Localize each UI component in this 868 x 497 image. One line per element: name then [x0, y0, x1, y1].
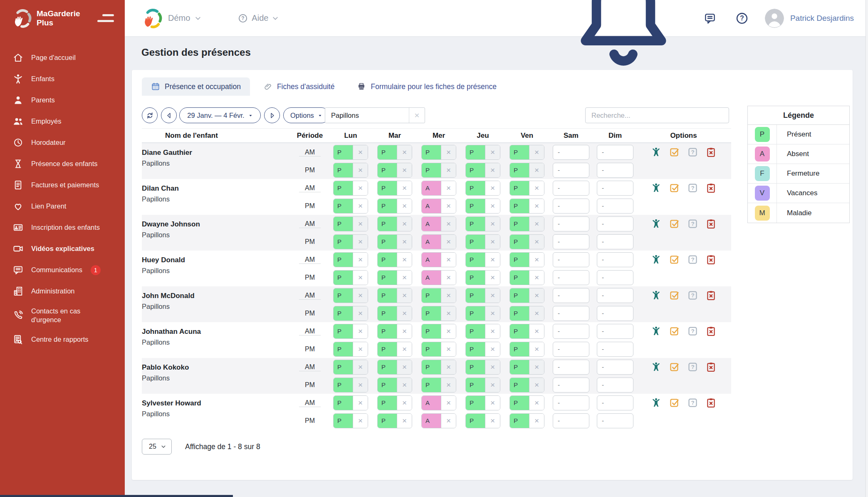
clear-status-lun[interactable]: ×	[353, 181, 368, 195]
status-value-mar[interactable]: P	[378, 181, 397, 195]
confirm-check-icon[interactable]	[669, 218, 680, 229]
sidebar-item-communications[interactable]: Communications1	[0, 259, 125, 281]
clear-status-lun[interactable]: ×	[353, 378, 368, 392]
date-range-selector[interactable]: 29 Janv. — 4 Févr.	[179, 107, 261, 123]
clear-filter-button[interactable]: ×	[409, 108, 425, 123]
clear-status-jeu[interactable]: ×	[485, 378, 500, 392]
clear-status-ven[interactable]: ×	[529, 235, 544, 249]
attendance-input-dim[interactable]: -	[597, 270, 633, 285]
status-value-lun[interactable]: P	[334, 163, 353, 177]
clear-status-ven[interactable]: ×	[529, 396, 544, 410]
clear-status-mer[interactable]: ×	[441, 181, 456, 195]
clear-status-jeu[interactable]: ×	[485, 145, 500, 159]
clear-status-ven[interactable]: ×	[529, 288, 544, 303]
status-value-ven[interactable]: P	[510, 217, 529, 231]
status-value-mer[interactable]: P	[422, 145, 441, 159]
status-value-lun[interactable]: P	[334, 181, 353, 195]
delete-record-icon[interactable]	[705, 254, 717, 265]
status-value-mar[interactable]: P	[378, 288, 397, 303]
clear-status-mar[interactable]: ×	[397, 253, 412, 267]
clear-status-mar[interactable]: ×	[397, 235, 412, 249]
attendance-input-sam[interactable]: -	[553, 252, 589, 267]
sidebar-item-inscription-des-enfants[interactable]: Inscription des enfants	[0, 217, 125, 238]
clear-status-mar[interactable]: ×	[397, 199, 412, 213]
unknown-status-icon[interactable]: ?	[687, 182, 698, 194]
page-size-select[interactable]: 25	[142, 439, 172, 455]
attendance-input-dim[interactable]: -	[597, 360, 633, 375]
clear-status-jeu[interactable]: ×	[485, 253, 500, 267]
clear-status-mer[interactable]: ×	[441, 360, 456, 374]
status-value-mer[interactable]: A	[422, 396, 441, 410]
clear-status-jeu[interactable]: ×	[485, 217, 500, 231]
clear-status-lun[interactable]: ×	[353, 145, 368, 159]
clear-status-mer[interactable]: ×	[441, 378, 456, 392]
status-value-jeu[interactable]: P	[466, 271, 485, 285]
tab-fiches-d-assiduite[interactable]: Fiches d'assiduité	[254, 77, 344, 96]
status-value-jeu[interactable]: P	[466, 396, 485, 410]
clear-status-lun[interactable]: ×	[353, 342, 368, 356]
clear-status-jeu[interactable]: ×	[485, 235, 500, 249]
status-value-mer[interactable]: P	[422, 163, 441, 177]
clear-status-jeu[interactable]: ×	[485, 163, 500, 177]
attendance-child-icon[interactable]	[650, 326, 662, 337]
status-value-mer[interactable]: A	[422, 199, 441, 213]
refresh-button[interactable]	[142, 107, 158, 123]
clear-status-ven[interactable]: ×	[529, 217, 544, 231]
status-value-mar[interactable]: P	[378, 414, 397, 428]
status-value-ven[interactable]: P	[510, 235, 529, 249]
status-value-mer[interactable]: P	[422, 288, 441, 303]
clear-status-ven[interactable]: ×	[529, 306, 544, 321]
sidebar-item-enfants[interactable]: Enfants	[0, 68, 125, 89]
messages-icon[interactable]	[703, 12, 717, 25]
unknown-status-icon[interactable]: ?	[687, 361, 698, 373]
status-value-jeu[interactable]: P	[466, 181, 485, 195]
delete-record-icon[interactable]	[705, 290, 717, 301]
status-value-ven[interactable]: P	[510, 253, 529, 267]
status-value-mer[interactable]: P	[422, 306, 441, 321]
tab-presence-et-occupation[interactable]: Présence et occupation	[142, 77, 250, 96]
status-value-mar[interactable]: P	[378, 145, 397, 159]
clear-status-lun[interactable]: ×	[353, 163, 368, 177]
status-value-mar[interactable]: P	[378, 360, 397, 374]
status-value-jeu[interactable]: P	[466, 199, 485, 213]
clear-status-lun[interactable]: ×	[353, 414, 368, 428]
status-value-jeu[interactable]: P	[466, 378, 485, 392]
clear-status-lun[interactable]: ×	[353, 324, 368, 338]
clear-status-mar[interactable]: ×	[397, 396, 412, 410]
delete-record-icon[interactable]	[705, 147, 717, 158]
clear-status-jeu[interactable]: ×	[485, 288, 500, 303]
status-value-jeu[interactable]: P	[466, 360, 485, 374]
attendance-input-sam[interactable]: -	[553, 288, 589, 303]
sidebar-item-horodateur[interactable]: Horodateur	[0, 132, 125, 153]
delete-record-icon[interactable]	[705, 361, 717, 373]
attendance-input-dim[interactable]: -	[597, 199, 633, 214]
attendance-input-dim[interactable]: -	[597, 216, 633, 231]
avatar[interactable]	[765, 9, 784, 28]
user-name[interactable]: Patrick Desjardins	[790, 14, 854, 23]
status-value-mar[interactable]: P	[378, 342, 397, 356]
attendance-input-dim[interactable]: -	[597, 288, 633, 303]
clear-status-lun[interactable]: ×	[353, 235, 368, 249]
clear-status-mar[interactable]: ×	[397, 217, 412, 231]
clear-status-jeu[interactable]: ×	[485, 199, 500, 213]
status-value-mer[interactable]: P	[422, 324, 441, 338]
status-value-ven[interactable]: P	[510, 360, 529, 374]
status-value-lun[interactable]: P	[334, 235, 353, 249]
clear-status-lun[interactable]: ×	[353, 360, 368, 374]
unknown-status-icon[interactable]: ?	[687, 147, 698, 158]
clear-status-mer[interactable]: ×	[441, 235, 456, 249]
clear-status-ven[interactable]: ×	[529, 163, 544, 177]
status-value-ven[interactable]: P	[510, 324, 529, 338]
status-value-mar[interactable]: P	[378, 217, 397, 231]
attendance-child-icon[interactable]	[650, 218, 662, 229]
clear-status-ven[interactable]: ×	[529, 414, 544, 428]
clear-status-jeu[interactable]: ×	[485, 181, 500, 195]
delete-record-icon[interactable]	[705, 218, 717, 229]
attendance-child-icon[interactable]	[650, 397, 662, 408]
status-value-lun[interactable]: P	[334, 378, 353, 392]
clear-status-mar[interactable]: ×	[397, 163, 412, 177]
attendance-input-sam[interactable]: -	[553, 360, 589, 375]
clear-status-lun[interactable]: ×	[353, 271, 368, 285]
status-value-jeu[interactable]: P	[466, 235, 485, 249]
clear-status-mer[interactable]: ×	[441, 414, 456, 428]
